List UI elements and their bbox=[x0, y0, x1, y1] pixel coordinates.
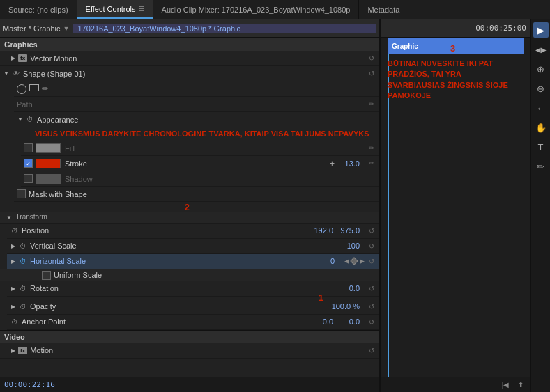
appearance-expand[interactable] bbox=[17, 116, 24, 123]
opacity-expand[interactable] bbox=[10, 303, 17, 310]
path-label: Path bbox=[17, 100, 365, 109]
stroke-label: Stroke bbox=[65, 159, 325, 168]
fill-reset[interactable]: ✏ bbox=[367, 143, 376, 153]
tab-audio-clip-mixer[interactable]: Audio Clip Mixer: 170216A_023_BoyatWindo… bbox=[153, 0, 360, 19]
fill-row[interactable]: Fill ✏ bbox=[21, 141, 379, 156]
rotation-reset[interactable]: ↺ bbox=[367, 283, 376, 293]
annotation-right: BŪTINAI NUVESKITE IKI PAT PRADŽIOS, TAI … bbox=[388, 58, 513, 102]
annotation-1: 1 bbox=[319, 292, 323, 303]
vector-motion-row[interactable]: fx Vector Motion ↺ bbox=[0, 51, 379, 66]
tool-resize[interactable]: ◀▶ bbox=[533, 42, 549, 57]
vscale-value: 100 bbox=[339, 242, 360, 250]
vector-motion-reset[interactable]: ↺ bbox=[367, 54, 376, 63]
stroke-color-swatch[interactable] bbox=[36, 159, 61, 168]
tl-go-start[interactable]: |◀ bbox=[500, 379, 511, 391]
anchor-reset[interactable]: ↺ bbox=[367, 317, 376, 327]
shadow-label: Shadow bbox=[65, 175, 376, 183]
shadow-checkbox[interactable] bbox=[24, 174, 33, 183]
timeline-bottom: |◀ ⬆ bbox=[381, 377, 530, 392]
position-reset[interactable]: ↺ bbox=[367, 226, 376, 235]
vscale-reset[interactable]: ↺ bbox=[367, 241, 376, 251]
vscale-timer[interactable]: ⏱ bbox=[18, 241, 28, 251]
anchor-point-row[interactable]: ⏱ Anchor Point 0.0 0.0 ↺ bbox=[7, 315, 379, 330]
path-row[interactable]: Path ✏ bbox=[14, 97, 379, 112]
hscale-timer[interactable]: ⏱ bbox=[18, 256, 28, 266]
kf-diamond[interactable] bbox=[350, 258, 358, 265]
uniform-scale-row[interactable]: Uniform Scale bbox=[0, 269, 379, 281]
tab-source[interactable]: Source: (no clips) bbox=[0, 0, 77, 19]
right-toolbar: ▶ ◀▶ ⊕ ⊖ ← ✋ T ✏ bbox=[530, 19, 550, 392]
appearance-label: Appearance bbox=[37, 116, 376, 124]
uniform-scale-checkbox[interactable] bbox=[42, 271, 51, 280]
opacity-reset[interactable]: ↺ bbox=[367, 301, 376, 311]
vertical-scale-row[interactable]: ⏱ Vertical Scale 100 ↺ bbox=[7, 239, 379, 254]
stroke-add-btn[interactable]: + bbox=[329, 158, 335, 168]
graphics-section-header: Graphics bbox=[0, 38, 379, 51]
appearance-eye[interactable]: ⏱ bbox=[25, 115, 35, 125]
fill-color-swatch[interactable] bbox=[36, 143, 61, 153]
horizontal-scale-row[interactable]: ⏱ Horizontal Scale 0 ◀ ▶ ↺ bbox=[7, 254, 379, 269]
tool-zoom-out[interactable]: ⊖ bbox=[533, 81, 549, 96]
motion-reset[interactable]: ↺ bbox=[367, 345, 376, 355]
mask-checkbox[interactable] bbox=[17, 189, 26, 198]
fill-checkbox[interactable] bbox=[24, 143, 33, 152]
shape-reset[interactable]: ↺ bbox=[367, 69, 376, 79]
shadow-row[interactable]: Shadow bbox=[21, 171, 379, 187]
tool-text[interactable]: T bbox=[533, 139, 549, 155]
tool-track-select[interactable]: ← bbox=[533, 100, 549, 116]
anchor-x: 0.0 bbox=[312, 317, 333, 326]
tl-export[interactable]: ⬆ bbox=[515, 379, 526, 391]
shape-expand[interactable] bbox=[3, 70, 10, 77]
hscale-label: Horizontal Scale bbox=[30, 257, 314, 265]
shape-row[interactable]: 👁 Shape (Shape 01) ↺ bbox=[0, 66, 379, 81]
kf-next[interactable]: ▶ bbox=[358, 258, 365, 265]
rect-icon[interactable] bbox=[29, 84, 39, 91]
motion-expand[interactable] bbox=[10, 347, 17, 354]
hscale-reset[interactable]: ↺ bbox=[367, 256, 376, 266]
opacity-timer[interactable]: ⏱ bbox=[18, 301, 28, 311]
time-display: 00:00:22:16 bbox=[4, 380, 55, 389]
stroke-reset[interactable]: ✏ bbox=[367, 159, 376, 168]
tool-select[interactable]: ▶ bbox=[533, 22, 549, 38]
vector-motion-label: Vector Motion bbox=[30, 54, 365, 63]
tool-pen[interactable]: ✏ bbox=[533, 159, 549, 174]
shape-eye[interactable]: 👁 bbox=[11, 69, 21, 79]
stroke-checkbox[interactable] bbox=[24, 159, 33, 168]
timeline-content[interactable]: Graphic BŪTINAI NUVESKITE IKI PAT PRADŽI… bbox=[381, 38, 530, 377]
motion-fx-badge: fx bbox=[18, 347, 27, 354]
rotation-expand[interactable] bbox=[10, 285, 17, 292]
timeline-graphic-block[interactable]: Graphic bbox=[388, 38, 524, 54]
appearance-row[interactable]: ⏱ Appearance bbox=[14, 112, 379, 127]
rotation-timer[interactable]: ⏱ bbox=[18, 283, 28, 293]
circle-icon[interactable] bbox=[17, 84, 26, 94]
hscale-expand[interactable] bbox=[10, 258, 17, 265]
tab-effect-controls[interactable]: Effect Controls ☰ bbox=[77, 0, 153, 19]
time-marker: 00:00:25:00 bbox=[475, 24, 526, 33]
position-y: 975.0 bbox=[339, 226, 360, 235]
mask-row[interactable]: Mask with Shape bbox=[14, 187, 379, 202]
pen-icon[interactable]: ✏ bbox=[42, 84, 48, 94]
position-timer[interactable]: ⏱ bbox=[10, 226, 20, 235]
dropdown-arrow[interactable]: ▼ bbox=[63, 25, 70, 32]
fx-badge: fx bbox=[18, 54, 27, 62]
panel-content[interactable]: Graphics fx Vector Motion ↺ 👁 Shape (Sha… bbox=[0, 38, 379, 377]
vector-motion-expand[interactable] bbox=[10, 55, 17, 62]
shadow-color-swatch[interactable] bbox=[36, 174, 61, 184]
position-row[interactable]: ⏱ Position 192.0 975.0 ↺ bbox=[7, 224, 379, 239]
path-reset[interactable]: ✏ bbox=[367, 100, 376, 109]
tab-menu-icon[interactable]: ☰ bbox=[139, 6, 144, 13]
kf-prev[interactable]: ◀ bbox=[343, 258, 350, 265]
motion-row[interactable]: fx Motion ↺ bbox=[0, 343, 379, 359]
motion-label: Motion bbox=[30, 346, 365, 354]
tab-metadata[interactable]: Metadata bbox=[359, 0, 408, 19]
transform-expand[interactable] bbox=[6, 214, 13, 221]
shape-icons: ✏ bbox=[17, 84, 48, 94]
anchor-timer[interactable]: ⏱ bbox=[10, 317, 20, 327]
shape-label: Shape (Shape 01) bbox=[23, 70, 365, 78]
tool-zoom-in[interactable]: ⊕ bbox=[533, 61, 549, 77]
right-panel: 00:00:25:00 Graphic BŪTINAI NUVESKITE IK… bbox=[380, 19, 530, 392]
tool-hand[interactable]: ✋ bbox=[533, 120, 549, 135]
vscale-expand[interactable] bbox=[10, 242, 17, 249]
rotation-value: 0.0 bbox=[339, 284, 360, 292]
stroke-row[interactable]: Stroke + 13.0 ✏ bbox=[21, 156, 379, 171]
